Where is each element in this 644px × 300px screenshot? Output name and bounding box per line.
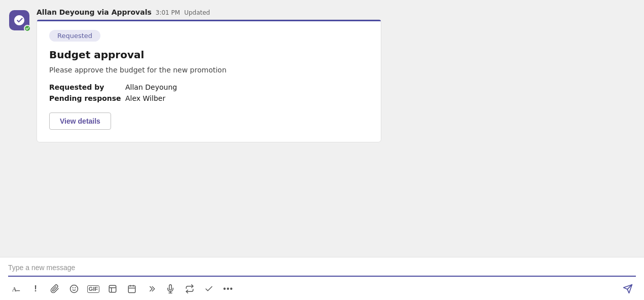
format-icon: A <box>12 284 21 293</box>
message-header: Allan Deyoung via Approvals 3:01 PM Upda… <box>37 8 634 16</box>
praise-icon <box>147 284 156 293</box>
schedule-button[interactable] <box>124 281 140 297</box>
pending-response-label: Pending response <box>49 94 125 102</box>
format-button[interactable]: A <box>8 281 24 297</box>
compose-input-row <box>8 257 636 277</box>
requested-by-label: Requested by <box>49 83 125 91</box>
gif-button[interactable]: GIF <box>85 281 101 297</box>
emoji-button[interactable] <box>66 281 82 297</box>
important-button[interactable]: ! <box>27 281 44 297</box>
card-description: Please approve the budget for the new pr… <box>49 66 369 74</box>
praise-button[interactable] <box>143 281 159 297</box>
status-badge: Requested <box>49 30 100 42</box>
message-input[interactable] <box>8 264 636 272</box>
requested-by-value: Allan Deyoung <box>125 83 369 91</box>
sticker-button[interactable] <box>104 281 121 297</box>
compose-area: A ! <box>0 257 644 300</box>
svg-rect-5 <box>109 285 116 292</box>
tasks-button[interactable] <box>201 281 217 297</box>
exclamation-icon: ! <box>34 284 37 294</box>
calendar-icon <box>127 284 136 293</box>
compose-toolbar: A ! <box>8 277 636 300</box>
online-badge <box>24 25 31 32</box>
attach-button[interactable] <box>47 281 63 297</box>
tasks-icon <box>204 284 213 293</box>
card-title: Budget approval <box>49 49 369 61</box>
sender-name: Allan Deyoung via Approvals <box>37 8 152 16</box>
message-updated: Updated <box>184 9 210 16</box>
more-icon: ••• <box>223 284 233 293</box>
approvals-icon <box>13 14 25 26</box>
gif-icon: GIF <box>87 285 99 293</box>
svg-rect-6 <box>128 286 135 293</box>
avatar-area <box>8 8 30 30</box>
pending-response-value: Alex Wilber <box>125 94 369 102</box>
view-details-button[interactable]: View details <box>49 113 111 130</box>
send-icon <box>623 284 633 294</box>
loop-icon <box>185 284 194 293</box>
message-time: 3:01 PM <box>156 9 180 16</box>
audio-button[interactable] <box>162 281 178 297</box>
sticker-icon <box>108 284 117 293</box>
paperclip-icon <box>50 284 59 293</box>
emoji-icon <box>69 284 79 293</box>
more-button[interactable]: ••• <box>220 281 236 297</box>
card-details: Requested by Allan Deyoung Pending respo… <box>49 83 369 102</box>
send-button[interactable] <box>620 281 636 297</box>
approval-card: Requested Budget approval Please approve… <box>37 19 381 142</box>
loop-button[interactable] <box>182 281 198 297</box>
svg-point-2 <box>70 285 78 293</box>
avatar <box>9 10 29 30</box>
message-area: Allan Deyoung via Approvals 3:01 PM Upda… <box>37 8 634 142</box>
svg-text:A: A <box>12 286 17 293</box>
check-badge-icon <box>25 26 29 30</box>
microphone-icon <box>166 284 175 293</box>
main-content: Allan Deyoung via Approvals 3:01 PM Upda… <box>0 0 644 257</box>
